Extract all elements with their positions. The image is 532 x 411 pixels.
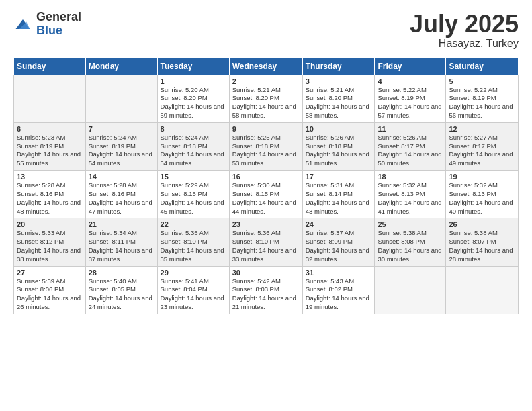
day-number: 30 bbox=[232, 269, 300, 277]
col-wednesday: Wednesday bbox=[229, 58, 302, 75]
day-cell: 9Sunrise: 5:25 AMSunset: 8:18 PMDaylight… bbox=[229, 122, 302, 170]
day-cell bbox=[85, 75, 157, 122]
day-number: 24 bbox=[306, 220, 372, 228]
day-number: 8 bbox=[161, 125, 226, 133]
day-info: Sunrise: 5:22 AMSunset: 8:19 PMDaylight:… bbox=[449, 86, 515, 120]
day-info: Sunrise: 5:36 AMSunset: 8:10 PMDaylight:… bbox=[232, 229, 300, 263]
location-title: Hasayaz, Turkey bbox=[410, 38, 519, 50]
day-number: 22 bbox=[161, 220, 226, 228]
day-info: Sunrise: 5:40 AMSunset: 8:05 PMDaylight:… bbox=[89, 277, 154, 312]
day-info: Sunrise: 5:34 AMSunset: 8:11 PMDaylight:… bbox=[89, 229, 154, 263]
week-row-1: 1Sunrise: 5:20 AMSunset: 8:20 PMDaylight… bbox=[14, 75, 519, 122]
day-number: 16 bbox=[232, 173, 300, 181]
day-cell: 1Sunrise: 5:20 AMSunset: 8:20 PMDaylight… bbox=[157, 75, 229, 122]
logo-general-text: General bbox=[36, 11, 81, 24]
calendar: Sunday Monday Tuesday Wednesday Thursday… bbox=[13, 58, 519, 314]
day-cell: 29Sunrise: 5:41 AMSunset: 8:04 PMDayligh… bbox=[157, 266, 229, 314]
col-sunday: Sunday bbox=[14, 58, 86, 75]
day-number: 1 bbox=[161, 77, 226, 85]
day-number: 13 bbox=[17, 173, 83, 181]
day-number: 25 bbox=[378, 220, 443, 228]
col-tuesday: Tuesday bbox=[157, 58, 229, 75]
day-cell: 5Sunrise: 5:22 AMSunset: 8:19 PMDaylight… bbox=[446, 75, 519, 122]
day-info: Sunrise: 5:28 AMSunset: 8:16 PMDaylight:… bbox=[17, 181, 83, 216]
page: General Blue July 2025 Hasayaz, Turkey S… bbox=[0, 0, 532, 411]
day-info: Sunrise: 5:28 AMSunset: 8:16 PMDaylight:… bbox=[89, 181, 154, 216]
day-info: Sunrise: 5:22 AMSunset: 8:19 PMDaylight:… bbox=[378, 86, 443, 120]
day-number: 23 bbox=[232, 220, 300, 228]
day-number: 12 bbox=[449, 125, 515, 133]
day-cell: 19Sunrise: 5:32 AMSunset: 8:13 PMDayligh… bbox=[446, 171, 519, 218]
day-info: Sunrise: 5:21 AMSunset: 8:20 PMDaylight:… bbox=[306, 86, 372, 120]
day-cell: 10Sunrise: 5:26 AMSunset: 8:18 PMDayligh… bbox=[302, 122, 375, 170]
day-cell: 3Sunrise: 5:21 AMSunset: 8:20 PMDaylight… bbox=[302, 75, 375, 122]
day-number: 20 bbox=[17, 220, 83, 228]
day-number: 14 bbox=[89, 173, 154, 181]
day-number: 27 bbox=[17, 269, 83, 277]
day-cell: 12Sunrise: 5:27 AMSunset: 8:17 PMDayligh… bbox=[446, 122, 519, 170]
day-number: 6 bbox=[17, 125, 83, 133]
day-number: 7 bbox=[89, 125, 154, 133]
day-info: Sunrise: 5:41 AMSunset: 8:04 PMDaylight:… bbox=[161, 277, 226, 312]
day-cell bbox=[14, 75, 86, 122]
day-number: 18 bbox=[378, 173, 443, 181]
day-cell: 23Sunrise: 5:36 AMSunset: 8:10 PMDayligh… bbox=[229, 218, 302, 266]
day-number: 26 bbox=[449, 220, 515, 228]
day-info: Sunrise: 5:24 AMSunset: 8:18 PMDaylight:… bbox=[161, 134, 226, 168]
day-number: 29 bbox=[161, 269, 226, 277]
day-cell: 6Sunrise: 5:23 AMSunset: 8:19 PMDaylight… bbox=[14, 122, 86, 170]
day-number: 21 bbox=[89, 220, 154, 228]
day-cell: 15Sunrise: 5:29 AMSunset: 8:15 PMDayligh… bbox=[157, 171, 229, 218]
day-info: Sunrise: 5:29 AMSunset: 8:15 PMDaylight:… bbox=[161, 181, 226, 216]
day-number: 9 bbox=[232, 125, 300, 133]
day-info: Sunrise: 5:38 AMSunset: 8:07 PMDaylight:… bbox=[449, 229, 515, 263]
week-row-5: 27Sunrise: 5:39 AMSunset: 8:06 PMDayligh… bbox=[14, 266, 519, 314]
col-thursday: Thursday bbox=[302, 58, 375, 75]
day-info: Sunrise: 5:39 AMSunset: 8:06 PMDaylight:… bbox=[17, 277, 83, 312]
day-cell: 28Sunrise: 5:40 AMSunset: 8:05 PMDayligh… bbox=[85, 266, 157, 314]
month-year-title: July 2025 bbox=[410, 11, 519, 38]
day-number: 3 bbox=[306, 77, 372, 85]
day-cell: 17Sunrise: 5:31 AMSunset: 8:14 PMDayligh… bbox=[302, 171, 375, 218]
day-number: 4 bbox=[378, 77, 443, 85]
day-cell: 7Sunrise: 5:24 AMSunset: 8:19 PMDaylight… bbox=[85, 122, 157, 170]
day-info: Sunrise: 5:30 AMSunset: 8:15 PMDaylight:… bbox=[232, 181, 300, 216]
day-cell: 8Sunrise: 5:24 AMSunset: 8:18 PMDaylight… bbox=[157, 122, 229, 170]
day-info: Sunrise: 5:35 AMSunset: 8:10 PMDaylight:… bbox=[161, 229, 226, 263]
day-info: Sunrise: 5:38 AMSunset: 8:08 PMDaylight:… bbox=[378, 229, 443, 263]
day-cell: 22Sunrise: 5:35 AMSunset: 8:10 PMDayligh… bbox=[157, 218, 229, 266]
day-info: Sunrise: 5:32 AMSunset: 8:13 PMDaylight:… bbox=[449, 181, 515, 216]
day-cell: 30Sunrise: 5:42 AMSunset: 8:03 PMDayligh… bbox=[229, 266, 302, 314]
day-number: 15 bbox=[161, 173, 226, 181]
day-info: Sunrise: 5:24 AMSunset: 8:19 PMDaylight:… bbox=[89, 134, 154, 168]
day-number: 17 bbox=[306, 173, 372, 181]
day-number: 31 bbox=[306, 269, 372, 277]
day-cell: 11Sunrise: 5:26 AMSunset: 8:17 PMDayligh… bbox=[375, 122, 446, 170]
day-cell: 25Sunrise: 5:38 AMSunset: 8:08 PMDayligh… bbox=[375, 218, 446, 266]
title-section: July 2025 Hasayaz, Turkey bbox=[410, 11, 519, 50]
day-info: Sunrise: 5:31 AMSunset: 8:14 PMDaylight:… bbox=[306, 181, 372, 216]
day-cell: 14Sunrise: 5:28 AMSunset: 8:16 PMDayligh… bbox=[85, 171, 157, 218]
day-info: Sunrise: 5:26 AMSunset: 8:18 PMDaylight:… bbox=[306, 134, 372, 168]
week-row-2: 6Sunrise: 5:23 AMSunset: 8:19 PMDaylight… bbox=[14, 122, 519, 170]
col-friday: Friday bbox=[375, 58, 446, 75]
day-info: Sunrise: 5:43 AMSunset: 8:02 PMDaylight:… bbox=[306, 277, 372, 312]
day-cell: 31Sunrise: 5:43 AMSunset: 8:02 PMDayligh… bbox=[302, 266, 375, 314]
day-info: Sunrise: 5:27 AMSunset: 8:17 PMDaylight:… bbox=[449, 134, 515, 168]
day-cell bbox=[446, 266, 519, 314]
day-cell: 2Sunrise: 5:21 AMSunset: 8:20 PMDaylight… bbox=[229, 75, 302, 122]
day-number: 5 bbox=[449, 77, 515, 85]
day-cell: 18Sunrise: 5:32 AMSunset: 8:13 PMDayligh… bbox=[375, 171, 446, 218]
calendar-header-row: Sunday Monday Tuesday Wednesday Thursday… bbox=[14, 58, 519, 75]
logo-icon bbox=[13, 15, 32, 34]
day-cell: 21Sunrise: 5:34 AMSunset: 8:11 PMDayligh… bbox=[85, 218, 157, 266]
week-row-4: 20Sunrise: 5:33 AMSunset: 8:12 PMDayligh… bbox=[14, 218, 519, 266]
day-cell: 13Sunrise: 5:28 AMSunset: 8:16 PMDayligh… bbox=[14, 171, 86, 218]
day-cell: 16Sunrise: 5:30 AMSunset: 8:15 PMDayligh… bbox=[229, 171, 302, 218]
day-info: Sunrise: 5:23 AMSunset: 8:19 PMDaylight:… bbox=[17, 134, 83, 168]
day-info: Sunrise: 5:42 AMSunset: 8:03 PMDaylight:… bbox=[232, 277, 300, 312]
day-info: Sunrise: 5:21 AMSunset: 8:20 PMDaylight:… bbox=[232, 86, 300, 120]
day-info: Sunrise: 5:25 AMSunset: 8:18 PMDaylight:… bbox=[232, 134, 300, 168]
logo: General Blue bbox=[13, 11, 81, 38]
day-cell bbox=[375, 266, 446, 314]
